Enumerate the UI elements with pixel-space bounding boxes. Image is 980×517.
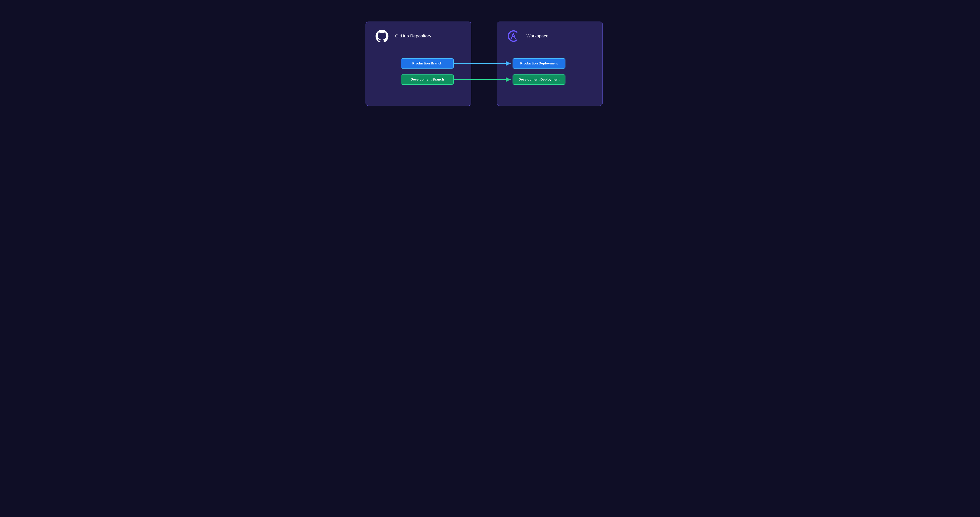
workspace-icon [506, 29, 520, 43]
github-icon [375, 29, 389, 43]
node-label: Development Branch [410, 78, 444, 81]
panel-header: Workspace [497, 22, 603, 45]
arrow-production [454, 62, 512, 65]
node-label: Development Deployment [519, 78, 560, 81]
development-deployment-node: Development Deployment [512, 75, 565, 85]
diagram-canvas: GitHub Repository Workspace Production B… [342, 0, 638, 129]
panel-title: Workspace [527, 33, 549, 39]
panel-title: GitHub Repository [395, 33, 431, 39]
node-label: Production Deployment [520, 62, 558, 65]
arrow-development [454, 78, 512, 81]
development-branch-node: Development Branch [401, 75, 454, 85]
production-branch-node: Production Branch [401, 59, 454, 68]
panel-header: GitHub Repository [366, 22, 471, 45]
production-deployment-node: Production Deployment [512, 59, 565, 68]
node-label: Production Branch [412, 62, 442, 65]
